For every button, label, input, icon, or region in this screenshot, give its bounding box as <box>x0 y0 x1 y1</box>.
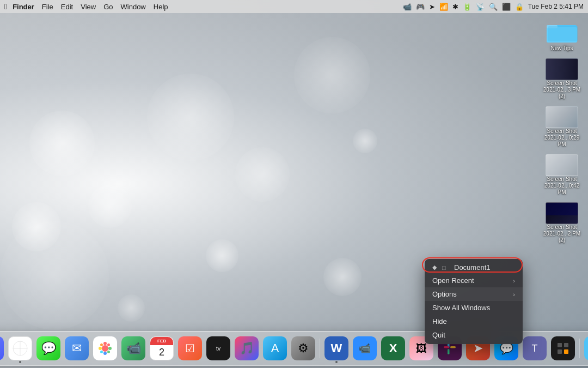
context-menu-item-quit[interactable]: Quit <box>425 328 523 342</box>
app-name-menu[interactable]: Finder <box>13 3 34 11</box>
messages-icon: 💬 <box>36 336 60 360</box>
launchpad-icon <box>0 336 4 360</box>
bluetooth-icon[interactable]: ✱ <box>452 3 458 11</box>
open-recent-arrow: › <box>513 277 515 284</box>
teams-icon: T <box>523 336 547 360</box>
context-menu-item-options[interactable]: Options › <box>425 287 523 301</box>
dock-item-word[interactable]: W <box>323 335 350 361</box>
dock-item-launchpad[interactable] <box>0 335 5 361</box>
options-arrow: › <box>513 291 515 298</box>
datetime-display: Tue Feb 2 5:41 PM <box>528 3 584 10</box>
new-tips-label: New Tips <box>550 45 573 52</box>
svg-point-24 <box>107 343 110 346</box>
desktop-icon-screenshot1[interactable]: Screen Shot 2021-02...3 PM (2) <box>540 56 584 102</box>
icloud-icon: ☁ <box>584 336 588 360</box>
dock-item-music[interactable]: 🎵 <box>234 335 260 361</box>
screenshot3-label: Screen Shot 2021-02...0:42 PM <box>542 176 581 196</box>
wifi-icon[interactable]: 📶 <box>439 3 448 11</box>
svg-point-19 <box>103 342 107 345</box>
dock-item-safari[interactable] <box>7 335 33 361</box>
systemprefs-icon: ⚙ <box>291 336 315 360</box>
context-menu-header: ◆ □ Document1 <box>425 261 523 274</box>
hide-label: Hide <box>432 317 515 325</box>
search-icon[interactable]: 🔍 <box>489 3 498 11</box>
dock-item-mail[interactable]: ✉ <box>64 335 90 361</box>
svg-rect-32 <box>558 343 562 347</box>
context-menu-item-hide[interactable]: Hide <box>425 315 523 328</box>
dock-item-calendar[interactable]: FEB 2 <box>149 335 175 361</box>
svg-rect-3 <box>548 26 578 41</box>
facetime-icon: 📹 <box>121 336 145 360</box>
screenshot1-label: Screen Shot 2021-02...3 PM (2) <box>542 80 581 100</box>
help-menu[interactable]: Help <box>154 3 168 11</box>
direct-icon[interactable]: ➤ <box>429 3 435 11</box>
dock-item-systemprefs[interactable]: ⚙ <box>290 335 316 361</box>
dock-item-messages[interactable]: 💬 <box>35 335 62 361</box>
safari-dot <box>19 361 21 363</box>
dock-item-appletv[interactable]: tv <box>205 335 231 361</box>
svg-rect-29 <box>448 349 450 354</box>
desktop-icons-container: New Tips Screen Shot 2021-02...3 PM (2) … <box>540 16 584 246</box>
battery-icon[interactable]: 🔋 <box>463 3 471 11</box>
context-menu-item-show-all-windows[interactable]: Show All Windows <box>425 301 523 315</box>
view-menu[interactable]: View <box>81 3 96 11</box>
excel-icon: X <box>381 336 405 360</box>
svg-rect-33 <box>564 343 568 347</box>
dock-item-zoom[interactable]: 📹 <box>352 335 378 361</box>
edit-menu[interactable]: Edit <box>61 3 73 11</box>
svg-point-18 <box>102 345 108 352</box>
appletv-icon: tv <box>206 336 230 360</box>
screenshot4-label: Screen Shot 2021-02...2 PM (2) <box>542 224 581 244</box>
lock-icon[interactable]: 🔒 <box>515 3 524 11</box>
svg-rect-30 <box>444 346 449 348</box>
quit-label: Quit <box>432 331 515 339</box>
calendar-icon: FEB 2 <box>150 336 174 360</box>
show-all-windows-label: Show All Windows <box>432 304 515 312</box>
mail-icon: ✉ <box>65 336 89 360</box>
go-menu[interactable]: Go <box>103 3 113 11</box>
photos-icon <box>93 336 117 360</box>
music-icon: 🎵 <box>235 336 259 360</box>
apple-menu[interactable]:  <box>4 2 7 11</box>
wifi2-icon[interactable]: 📡 <box>476 3 485 11</box>
svg-rect-35 <box>564 349 568 354</box>
context-menu: ◆ □ Document1 Open Recent › Options › Sh… <box>425 259 523 344</box>
dock-separator-1 <box>320 339 320 358</box>
context-menu-title: Document1 <box>454 263 490 272</box>
game-icon[interactable]: 🎮 <box>416 3 425 11</box>
svg-point-25 <box>100 351 103 353</box>
file-menu[interactable]: File <box>42 3 53 11</box>
calculator-icon <box>551 336 575 360</box>
word-dot <box>335 361 338 363</box>
facetime-status-icon[interactable]: 📹 <box>403 3 412 11</box>
desktop-icon-new-tips[interactable]: New Tips <box>540 16 584 54</box>
screencapture-icon[interactable]: ⬛ <box>502 3 511 11</box>
dock-item-facetime[interactable]: 📹 <box>120 335 146 361</box>
dock-item-excel[interactable]: X <box>380 335 406 361</box>
svg-point-20 <box>103 352 107 355</box>
svg-point-21 <box>99 347 102 350</box>
context-menu-item-open-recent[interactable]: Open Recent › <box>425 274 523 287</box>
desktop-icon-screenshot3[interactable]: Screen Shot 2021-02...0:42 PM <box>540 152 584 198</box>
open-recent-label: Open Recent <box>432 276 510 285</box>
dock-item-teams[interactable]: T <box>522 335 548 361</box>
dock-item-appstore[interactable]: A <box>262 335 288 361</box>
dock-item-numbers[interactable] <box>550 335 576 361</box>
svg-point-23 <box>100 343 103 346</box>
svg-text:tv: tv <box>216 346 220 352</box>
word-icon: W <box>324 336 348 360</box>
dock-separator-2 <box>579 339 580 358</box>
reminders-icon: ☑ <box>178 336 202 360</box>
zoom-icon: 📹 <box>353 336 377 360</box>
menubar:  Finder File Edit View Go Window Help 📹… <box>0 0 588 13</box>
svg-point-22 <box>108 347 112 350</box>
svg-rect-31 <box>450 346 456 348</box>
folder-icon-svg <box>546 19 578 44</box>
desktop-icon-screenshot2[interactable]: Screen Shot 2021-02...0:29 PM <box>540 104 584 150</box>
window-menu[interactable]: Window <box>121 3 146 11</box>
dock-item-icloud[interactable]: ☁ <box>583 335 588 361</box>
dock-item-reminders[interactable]: ☑ <box>177 335 203 361</box>
appstore-icon: A <box>263 336 287 360</box>
dock-item-photos[interactable] <box>92 335 118 361</box>
desktop-icon-screenshot4[interactable]: Screen Shot 2021-02...2 PM (2) <box>540 200 584 246</box>
